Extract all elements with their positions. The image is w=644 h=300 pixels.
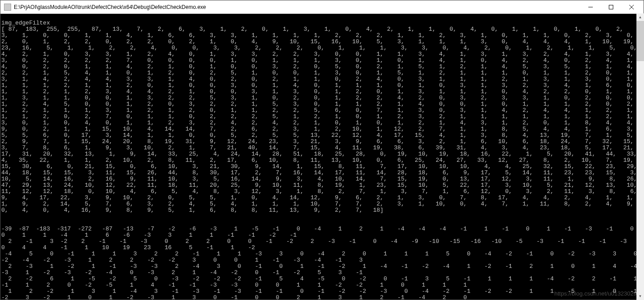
vertical-scrollbar[interactable]: ▲ ▼ bbox=[636, 13, 644, 300]
maximize-button[interactable] bbox=[601, 0, 621, 14]
window-controls bbox=[580, 0, 642, 14]
app-icon bbox=[4, 4, 11, 11]
window-title: E:\PrjAOI\glassModuleAOI\trunk\DefectChe… bbox=[14, 4, 580, 10]
array1-values: 87, 183, 255, 255, 87, 13, 7, 2, 6, 3, 1… bbox=[1, 26, 644, 214]
title-bar: E:\PrjAOI\glassModuleAOI\trunk\DefectChe… bbox=[0, 0, 644, 14]
array-open: [ bbox=[1, 26, 5, 33]
console-window: E:\PrjAOI\glassModuleAOI\trunk\DefectChe… bbox=[0, 0, 644, 300]
array2-values: -39 -87 -183 -317 -272 -87 -13 -7 -2 -6 … bbox=[1, 226, 644, 300]
scroll-thumb[interactable] bbox=[636, 21, 644, 61]
minimize-button[interactable] bbox=[580, 0, 601, 14]
svg-rect-1 bbox=[609, 5, 613, 9]
console-output: img_edgeFiltex [ 87, 183, 255, 255, 87, … bbox=[0, 14, 644, 300]
array-close: ] bbox=[380, 207, 383, 214]
scroll-down-arrow[interactable]: ▼ bbox=[636, 292, 644, 300]
close-button[interactable] bbox=[621, 0, 642, 14]
scroll-up-arrow[interactable]: ▲ bbox=[636, 13, 644, 21]
variable-label: img_edgeFiltex bbox=[1, 20, 50, 26]
scroll-track[interactable] bbox=[636, 21, 644, 292]
